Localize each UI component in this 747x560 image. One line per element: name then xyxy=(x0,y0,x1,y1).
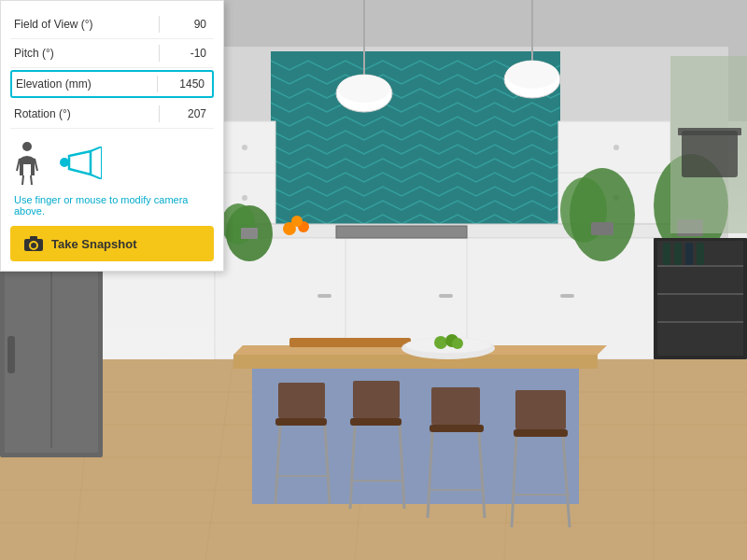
camera-3d-icon xyxy=(55,147,102,179)
rotation-label: Rotation (°) xyxy=(14,107,71,120)
svg-rect-47 xyxy=(289,338,411,347)
rotation-row: Rotation (°) 207 xyxy=(10,100,214,129)
svg-point-35 xyxy=(506,61,558,89)
svg-rect-86 xyxy=(685,243,693,265)
svg-point-96 xyxy=(60,158,69,167)
snapshot-button[interactable]: Take Snapshot xyxy=(10,226,214,261)
fov-row: Field of View (°) 90 xyxy=(10,10,214,39)
svg-rect-68 xyxy=(514,429,568,437)
svg-rect-85 xyxy=(674,243,682,265)
svg-rect-90 xyxy=(678,128,741,135)
svg-rect-54 xyxy=(278,383,325,418)
hint-text: Use finger or mouse to modify camera abo… xyxy=(10,192,214,226)
camera-panel: Field of View (°) 90 Pitch (°) -10 Eleva… xyxy=(0,0,224,272)
svg-rect-89 xyxy=(682,131,738,177)
rotation-input[interactable]: 207 xyxy=(159,105,210,122)
svg-rect-63 xyxy=(430,425,484,432)
pitch-input[interactable]: -10 xyxy=(159,45,210,62)
svg-rect-24 xyxy=(591,222,613,235)
elevation-input[interactable]: 1450 xyxy=(157,76,208,92)
svg-rect-18 xyxy=(336,226,467,238)
svg-point-52 xyxy=(452,338,463,349)
svg-rect-59 xyxy=(353,381,400,418)
camera-icons-area xyxy=(10,129,214,192)
svg-point-6 xyxy=(242,195,247,201)
fov-label: Field of View (°) xyxy=(14,18,93,31)
pitch-row: Pitch (°) -10 xyxy=(10,39,214,68)
svg-point-32 xyxy=(338,75,390,103)
svg-rect-58 xyxy=(350,418,402,426)
svg-rect-64 xyxy=(431,387,480,425)
svg-rect-84 xyxy=(663,243,670,265)
svg-rect-53 xyxy=(275,418,327,426)
svg-rect-102 xyxy=(30,236,37,240)
snapshot-camera-icon xyxy=(23,235,44,252)
elevation-row: Elevation (mm) 1450 xyxy=(10,70,214,98)
svg-point-5 xyxy=(242,145,247,150)
pitch-label: Pitch (°) xyxy=(14,47,54,60)
svg-rect-17 xyxy=(560,294,574,298)
person-icon xyxy=(14,140,40,185)
svg-point-29 xyxy=(291,216,303,227)
fov-input[interactable]: 90 xyxy=(159,16,210,33)
svg-rect-87 xyxy=(697,243,704,265)
svg-line-95 xyxy=(31,175,32,185)
svg-line-93 xyxy=(35,159,37,171)
elevation-label: Elevation (mm) xyxy=(16,77,92,91)
svg-line-92 xyxy=(17,159,20,171)
svg-point-91 xyxy=(22,142,32,151)
svg-rect-69 xyxy=(515,390,566,429)
svg-point-9 xyxy=(613,145,619,150)
svg-rect-21 xyxy=(241,228,258,239)
svg-point-50 xyxy=(434,336,447,349)
svg-rect-16 xyxy=(439,294,453,298)
svg-line-94 xyxy=(22,175,23,185)
svg-rect-78 xyxy=(7,336,15,373)
svg-line-98 xyxy=(91,175,102,179)
svg-line-97 xyxy=(91,147,102,151)
snapshot-button-label: Take Snapshot xyxy=(51,237,137,251)
svg-rect-15 xyxy=(317,294,331,298)
